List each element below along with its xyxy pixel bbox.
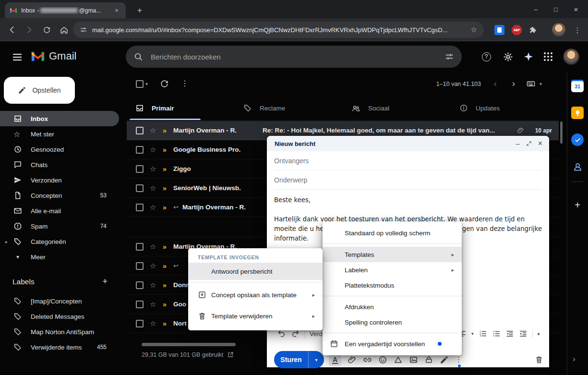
contacts-app-icon[interactable] [571, 160, 584, 173]
star-icon[interactable]: ☆ [150, 242, 158, 251]
calendar-app-icon[interactable]: 31 [571, 80, 584, 92]
help-button[interactable]: ? [477, 47, 496, 66]
importance-marker-icon[interactable]: » [163, 301, 171, 308]
menu-item-spellcheck[interactable]: Spelling controleren [323, 315, 462, 330]
tab-sociaal[interactable]: Sociaal [343, 96, 451, 120]
align-dropdown-icon[interactable]: ▾ [471, 331, 474, 336]
settings-button[interactable] [498, 47, 517, 66]
importance-marker-icon[interactable]: » [163, 262, 171, 270]
window-close-icon[interactable]: × [566, 0, 586, 18]
star-icon[interactable]: ☆ [150, 281, 158, 290]
compose-close-icon[interactable]: × [538, 139, 542, 148]
sidebar-label-deleted-messages[interactable]: Deleted Messages [0, 309, 119, 324]
page-next-icon[interactable]: › [507, 77, 520, 90]
subject-field[interactable]: Onderwerp [274, 170, 542, 190]
redo-icon[interactable] [291, 329, 300, 338]
sidebar-item-all-mail[interactable]: Alle e-mail [0, 203, 119, 218]
row-checkbox[interactable] [136, 243, 144, 251]
confidential-mode-lock-icon[interactable] [424, 355, 433, 364]
star-icon[interactable]: ☆ [150, 300, 158, 309]
search-input[interactable] [150, 52, 438, 61]
menu-item-fullscreen[interactable]: Standaard op volledig scherm [323, 225, 462, 241]
home-icon[interactable] [57, 23, 71, 37]
importance-marker-icon[interactable]: » [163, 146, 171, 154]
importance-marker-icon[interactable]: » [163, 243, 171, 251]
star-icon[interactable]: ☆ [150, 262, 158, 270]
recipients-field[interactable]: Ontvangers [274, 151, 542, 170]
keep-app-icon[interactable] [571, 107, 584, 119]
importance-marker-icon[interactable]: » [163, 204, 171, 211]
menu-item-delete-template[interactable]: Template verwijderen ▸ [188, 305, 323, 327]
sidebar-item-sent[interactable]: Verzonden [0, 172, 119, 188]
importance-marker-icon[interactable]: » [163, 165, 171, 173]
sidebar-item-categories[interactable]: ▸ Categorieën [0, 234, 119, 249]
url-text[interactable]: mail.google.com/mail/u/0/#inbox?compose=… [92, 26, 466, 34]
row-checkbox[interactable] [136, 320, 144, 327]
indent-less-icon[interactable] [505, 329, 514, 338]
insert-signature-pen-icon[interactable] [440, 355, 449, 364]
input-method-keyboard-icon[interactable] [526, 79, 536, 88]
search-icon[interactable] [133, 52, 143, 61]
extension-icon-blue[interactable] [494, 25, 504, 35]
star-icon[interactable]: ☆ [150, 126, 158, 135]
compose-header[interactable]: Nieuw bericht – × [267, 136, 549, 151]
send-options-icon[interactable]: ▾ [309, 351, 324, 368]
star-icon[interactable]: ☆ [150, 319, 158, 328]
external-link-icon[interactable] [227, 351, 234, 358]
search-filters-icon[interactable] [444, 52, 454, 61]
menu-item-print[interactable]: Afdrukken [323, 299, 462, 315]
tab-primair[interactable]: Primair [127, 96, 235, 120]
indent-more-icon[interactable] [519, 329, 528, 338]
gemini-button[interactable] [519, 47, 538, 66]
reload-icon[interactable] [39, 23, 54, 37]
more-formatting-icon[interactable]: ▾ [538, 331, 540, 337]
input-method-dropdown-icon[interactable]: ▾ [540, 81, 542, 86]
insert-emoji-icon[interactable] [378, 355, 387, 364]
row-checkbox[interactable] [136, 281, 144, 289]
browser-tab[interactable]: Inbox - @gma... × [5, 2, 126, 18]
undo-icon[interactable] [277, 329, 286, 338]
sidebar-item-snoozed[interactable]: Gesnoozed [0, 142, 119, 157]
side-panel-expand-icon[interactable]: › [573, 354, 576, 364]
horizontal-scrollbar[interactable] [142, 343, 236, 346]
menu-item-propose-meeting-time[interactable]: Een vergadertijd voorstellen [323, 336, 462, 351]
browser-profile-avatar[interactable] [552, 23, 565, 36]
search-bar[interactable] [126, 46, 462, 68]
row-checkbox[interactable] [136, 165, 144, 173]
page-previous-icon[interactable]: ‹ [489, 77, 502, 90]
star-icon[interactable]: ☆ [150, 145, 158, 154]
compose-button[interactable]: Opstellen [4, 77, 75, 104]
attach-file-icon[interactable] [348, 355, 357, 364]
forward-icon[interactable] [22, 23, 36, 37]
new-tab-button[interactable]: + [133, 4, 146, 17]
importance-marker-icon[interactable]: » [163, 184, 171, 192]
tab-close-icon[interactable]: × [112, 6, 121, 15]
menu-item-templates[interactable]: Templates ▸ [323, 247, 462, 262]
window-maximize-icon[interactable]: □ [546, 0, 566, 18]
main-menu-hamburger-icon[interactable] [12, 51, 23, 63]
refresh-icon[interactable] [160, 79, 169, 88]
compose-popout-icon[interactable] [526, 141, 532, 146]
google-apps-button[interactable] [539, 47, 558, 66]
sidebar-item-more[interactable]: ▾ Meer [0, 249, 119, 265]
star-icon[interactable]: ☆ [150, 203, 158, 212]
site-settings-icon[interactable] [80, 26, 87, 34]
bulleted-list-icon[interactable] [492, 329, 501, 338]
account-avatar[interactable] [563, 48, 579, 65]
sidebar-label-norton-antispam[interactable]: Map Norton AntiSpam [0, 324, 119, 339]
menu-item-insert-template[interactable]: Antwoord persbericht [188, 263, 323, 280]
row-checkbox[interactable] [136, 127, 144, 134]
back-icon[interactable] [5, 23, 19, 37]
get-addons-icon[interactable]: + [571, 199, 584, 211]
vertical-scrollbar[interactable] [560, 121, 563, 144]
row-checkbox[interactable] [136, 204, 144, 211]
row-checkbox[interactable] [136, 301, 144, 308]
adblock-abp-icon[interactable]: ABP [512, 25, 522, 35]
insert-image-icon[interactable] [409, 355, 418, 364]
menu-item-label-as[interactable]: Labelen ▸ [323, 262, 462, 278]
sidebar-item-spam[interactable]: Spam 74 [0, 218, 119, 234]
importance-marker-icon[interactable]: » [163, 127, 171, 134]
select-all-checkbox[interactable] [136, 80, 144, 88]
star-icon[interactable]: ☆ [150, 184, 158, 193]
tab-updates[interactable]: Updates [451, 96, 559, 120]
